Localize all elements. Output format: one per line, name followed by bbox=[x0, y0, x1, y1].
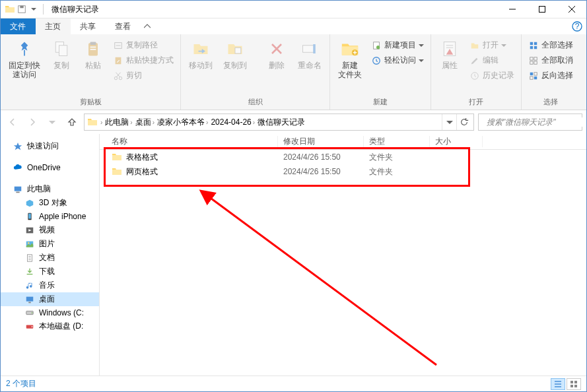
breadcrumb-item[interactable]: 凌家小爷本爷› bbox=[157, 117, 208, 128]
paste-shortcut-icon bbox=[113, 55, 123, 66]
refresh-button[interactable] bbox=[456, 114, 471, 130]
svg-rect-52 bbox=[570, 381, 573, 383]
nav-recent-button[interactable] bbox=[44, 114, 60, 130]
pin-to-quickaccess-button[interactable]: 固定到快 速访问 bbox=[5, 37, 44, 81]
organize-group-label: 组织 bbox=[185, 96, 326, 108]
select-all-button[interactable]: 全部选择 bbox=[526, 38, 576, 52]
help-button[interactable]: ? bbox=[568, 18, 586, 34]
svg-point-14 bbox=[119, 77, 121, 79]
properties-label: 属性 bbox=[442, 61, 458, 70]
copy-label: 复制 bbox=[53, 61, 69, 70]
svg-point-20 bbox=[376, 46, 380, 49]
navigation-pane[interactable]: 快速访问 OneDrive 此电脑 3D 对象 Apple iPhone 视频 … bbox=[1, 134, 100, 383]
qat-save-icon[interactable] bbox=[17, 4, 27, 15]
window-title: 微信聊天记录 bbox=[52, 4, 99, 15]
tab-home[interactable]: 主页 bbox=[36, 18, 71, 34]
icons-view-button[interactable] bbox=[567, 378, 581, 390]
new-item-button[interactable]: 新建项目 bbox=[368, 38, 427, 52]
clipboard-group-label: 剪贴板 bbox=[5, 96, 176, 108]
new-folder-button[interactable]: 新建 文件夹 bbox=[334, 37, 366, 81]
svg-rect-46 bbox=[28, 302, 31, 303]
open-button[interactable]: 打开 bbox=[467, 38, 517, 52]
new-item-icon bbox=[371, 40, 382, 51]
svg-rect-45 bbox=[26, 296, 34, 301]
file-list-pane[interactable]: 名称 修改日期 类型 大小 表格格式 2024/4/26 15:50 文件夹 网… bbox=[100, 134, 586, 383]
tab-file[interactable]: 文件 bbox=[1, 18, 36, 34]
svg-rect-34 bbox=[530, 76, 533, 79]
file-row[interactable]: 网页格式 2024/4/26 15:50 文件夹 bbox=[100, 164, 586, 179]
nav-item-pictures[interactable]: 图片 bbox=[1, 237, 99, 251]
nav-item-iphone[interactable]: Apple iPhone bbox=[1, 210, 99, 223]
chevron-right-icon[interactable]: › bbox=[100, 119, 102, 126]
address-dropdown-button[interactable] bbox=[442, 114, 456, 130]
move-to-button[interactable]: 移动到 bbox=[185, 37, 217, 71]
copy-to-button[interactable]: 复制到 bbox=[219, 37, 251, 71]
nav-this-pc[interactable]: 此电脑 bbox=[1, 182, 99, 196]
copy-to-label: 复制到 bbox=[223, 61, 247, 70]
properties-button[interactable]: 属性 bbox=[435, 37, 464, 71]
paste-button[interactable]: 粘贴 bbox=[79, 37, 108, 71]
invert-selection-button[interactable]: 反向选择 bbox=[526, 69, 576, 82]
edit-button[interactable]: 编辑 bbox=[467, 53, 517, 67]
paste-shortcut-button[interactable]: 粘贴快捷方式 bbox=[110, 53, 176, 67]
details-view-button[interactable] bbox=[551, 378, 565, 390]
breadcrumb-item[interactable]: 微信聊天记录 bbox=[258, 117, 305, 128]
search-box[interactable] bbox=[478, 114, 582, 131]
cut-button[interactable]: 剪切 bbox=[110, 69, 176, 82]
ribbon-group-clipboard: 固定到快 速访问 复制 粘贴 复制路径 粘贴快捷方式 剪切 剪贴板 bbox=[1, 34, 181, 110]
rename-icon bbox=[299, 38, 320, 59]
breadcrumb-item[interactable]: 此电脑› bbox=[105, 117, 132, 128]
separator bbox=[43, 4, 44, 15]
easy-access-button[interactable]: 轻松访问 bbox=[368, 53, 427, 67]
status-bar: 2 个项目 bbox=[1, 376, 586, 391]
file-type: 文件夹 bbox=[364, 152, 430, 163]
tab-share[interactable]: 共享 bbox=[71, 18, 106, 34]
nav-forward-button[interactable] bbox=[24, 114, 40, 130]
cut-icon bbox=[113, 71, 123, 81]
nav-item-drive-c[interactable]: Windows (C: bbox=[1, 306, 99, 319]
folder-icon bbox=[87, 117, 98, 127]
search-input[interactable] bbox=[487, 117, 586, 127]
select-none-button[interactable]: 全部取消 bbox=[526, 53, 576, 67]
column-type[interactable]: 类型 bbox=[364, 136, 430, 147]
minimize-button[interactable] bbox=[497, 1, 527, 18]
nav-item-drive-d[interactable]: 本地磁盘 (D: bbox=[1, 319, 99, 333]
nav-item-music[interactable]: 音乐 bbox=[1, 278, 99, 292]
nav-item-3d[interactable]: 3D 对象 bbox=[1, 196, 99, 210]
copy-button[interactable]: 复制 bbox=[47, 37, 76, 71]
ribbon: 固定到快 速访问 复制 粘贴 复制路径 粘贴快捷方式 剪切 剪贴板 移动到 bbox=[1, 34, 586, 110]
move-to-label: 移动到 bbox=[189, 61, 213, 70]
column-date[interactable]: 修改日期 bbox=[278, 136, 364, 147]
delete-button[interactable]: 删除 bbox=[262, 37, 291, 71]
rename-button[interactable]: 重命名 bbox=[294, 37, 326, 71]
breadcrumb-item[interactable]: 桌面› bbox=[135, 117, 155, 128]
nav-onedrive[interactable]: OneDrive bbox=[1, 161, 99, 174]
star-icon bbox=[13, 141, 23, 152]
history-button[interactable]: 历史记录 bbox=[467, 69, 517, 82]
nav-item-videos[interactable]: 视频 bbox=[1, 223, 99, 237]
svg-rect-28 bbox=[530, 57, 533, 59]
file-row[interactable]: 表格格式 2024/4/26 15:50 文件夹 bbox=[100, 150, 586, 164]
nav-item-desktop[interactable]: 桌面 bbox=[1, 292, 99, 306]
nav-item-downloads[interactable]: 下载 bbox=[1, 265, 99, 278]
svg-rect-29 bbox=[534, 57, 537, 59]
breadcrumb-item[interactable]: 2024-04-26› bbox=[211, 117, 255, 127]
maximize-button[interactable] bbox=[527, 1, 557, 18]
copy-path-button[interactable]: 复制路径 bbox=[110, 38, 176, 52]
nav-quick-access[interactable]: 快速访问 bbox=[1, 139, 99, 153]
column-size[interactable]: 大小 bbox=[430, 136, 483, 147]
tab-view[interactable]: 查看 bbox=[106, 18, 141, 34]
column-name[interactable]: 名称 bbox=[100, 136, 278, 147]
copy-path-icon bbox=[113, 40, 123, 51]
nav-up-button[interactable] bbox=[64, 114, 80, 130]
close-button[interactable] bbox=[557, 1, 586, 18]
nav-back-button[interactable] bbox=[5, 114, 20, 130]
qat-dropdown-icon[interactable] bbox=[28, 4, 39, 15]
svg-rect-26 bbox=[530, 46, 533, 48]
svg-rect-2 bbox=[539, 7, 545, 13]
nav-item-documents[interactable]: 文档 bbox=[1, 251, 99, 265]
address-bar[interactable]: › 此电脑› 桌面› 凌家小爷本爷› 2024-04-26› 微信聊天记录 bbox=[84, 114, 474, 131]
ribbon-expand-button[interactable] bbox=[141, 18, 154, 34]
item-count: 2 个项目 bbox=[6, 378, 36, 389]
svg-rect-40 bbox=[28, 214, 31, 219]
